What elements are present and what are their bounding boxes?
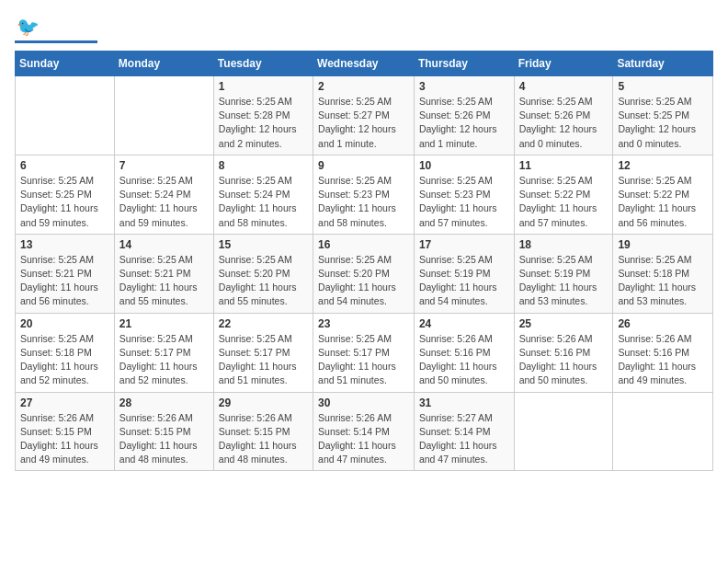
calendar-cell: 15Sunrise: 5:25 AM Sunset: 5:20 PM Dayli… (213, 234, 313, 313)
calendar-cell: 19Sunrise: 5:25 AM Sunset: 5:18 PM Dayli… (613, 234, 713, 313)
day-detail: Sunrise: 5:25 AM Sunset: 5:19 PM Dayligh… (519, 253, 609, 309)
day-number: 13 (20, 238, 109, 251)
day-detail: Sunrise: 5:26 AM Sunset: 5:15 PM Dayligh… (119, 411, 209, 467)
day-number: 3 (419, 80, 509, 93)
calendar-cell: 27Sunrise: 5:26 AM Sunset: 5:15 PM Dayli… (16, 392, 115, 471)
calendar-cell: 3Sunrise: 5:25 AM Sunset: 5:26 PM Daylig… (414, 76, 514, 155)
day-detail: Sunrise: 5:25 AM Sunset: 5:23 PM Dayligh… (419, 174, 509, 230)
weekday-header-sunday: Sunday (16, 52, 115, 76)
weekday-header-monday: Monday (114, 52, 213, 76)
day-number: 17 (419, 238, 509, 251)
day-number: 26 (618, 317, 708, 330)
day-detail: Sunrise: 5:25 AM Sunset: 5:17 PM Dayligh… (318, 332, 409, 388)
day-number: 27 (20, 396, 109, 409)
day-number: 28 (119, 396, 209, 409)
calendar-cell: 14Sunrise: 5:25 AM Sunset: 5:21 PM Dayli… (114, 234, 213, 313)
day-detail: Sunrise: 5:26 AM Sunset: 5:16 PM Dayligh… (618, 332, 708, 388)
calendar-week-3: 13Sunrise: 5:25 AM Sunset: 5:21 PM Dayli… (16, 234, 713, 313)
day-detail: Sunrise: 5:26 AM Sunset: 5:16 PM Dayligh… (419, 332, 509, 388)
calendar-cell: 16Sunrise: 5:25 AM Sunset: 5:20 PM Dayli… (313, 234, 415, 313)
calendar-cell: 20Sunrise: 5:25 AM Sunset: 5:18 PM Dayli… (16, 313, 115, 392)
calendar-cell: 9Sunrise: 5:25 AM Sunset: 5:23 PM Daylig… (313, 155, 415, 234)
logo-bird-icon: 🐦 (17, 17, 40, 37)
weekday-header-saturday: Saturday (613, 52, 713, 76)
day-detail: Sunrise: 5:25 AM Sunset: 5:21 PM Dayligh… (119, 253, 209, 309)
day-detail: Sunrise: 5:27 AM Sunset: 5:14 PM Dayligh… (419, 411, 509, 467)
calendar-cell: 2Sunrise: 5:25 AM Sunset: 5:27 PM Daylig… (313, 76, 415, 155)
calendar-cell: 31Sunrise: 5:27 AM Sunset: 5:14 PM Dayli… (414, 392, 514, 471)
calendar-table: SundayMondayTuesdayWednesdayThursdayFrid… (15, 51, 713, 471)
calendar-cell: 10Sunrise: 5:25 AM Sunset: 5:23 PM Dayli… (414, 155, 514, 234)
logo-underline (15, 40, 97, 43)
day-detail: Sunrise: 5:25 AM Sunset: 5:18 PM Dayligh… (618, 253, 708, 309)
day-detail: Sunrise: 5:25 AM Sunset: 5:20 PM Dayligh… (219, 253, 308, 309)
day-number: 2 (318, 80, 409, 93)
day-detail: Sunrise: 5:25 AM Sunset: 5:21 PM Dayligh… (20, 253, 109, 309)
day-number: 7 (119, 159, 209, 172)
calendar-week-1: 1Sunrise: 5:25 AM Sunset: 5:28 PM Daylig… (16, 76, 713, 155)
weekday-header-wednesday: Wednesday (313, 52, 415, 76)
day-number: 10 (419, 159, 509, 172)
calendar-cell: 4Sunrise: 5:25 AM Sunset: 5:26 PM Daylig… (514, 76, 613, 155)
weekday-header-tuesday: Tuesday (213, 52, 313, 76)
day-number: 23 (318, 317, 409, 330)
day-detail: Sunrise: 5:25 AM Sunset: 5:25 PM Dayligh… (618, 95, 708, 151)
day-detail: Sunrise: 5:25 AM Sunset: 5:17 PM Dayligh… (119, 332, 209, 388)
day-detail: Sunrise: 5:26 AM Sunset: 5:15 PM Dayligh… (20, 411, 109, 467)
calendar-cell: 1Sunrise: 5:25 AM Sunset: 5:28 PM Daylig… (213, 76, 313, 155)
day-number: 24 (419, 317, 509, 330)
calendar-week-4: 20Sunrise: 5:25 AM Sunset: 5:18 PM Dayli… (16, 313, 713, 392)
calendar-week-2: 6Sunrise: 5:25 AM Sunset: 5:25 PM Daylig… (16, 155, 713, 234)
day-number: 18 (519, 238, 609, 251)
page-header: 🐦 (15, 15, 713, 43)
calendar-header-row: SundayMondayTuesdayWednesdayThursdayFrid… (16, 52, 713, 76)
calendar-week-5: 27Sunrise: 5:26 AM Sunset: 5:15 PM Dayli… (16, 392, 713, 471)
calendar-cell: 22Sunrise: 5:25 AM Sunset: 5:17 PM Dayli… (213, 313, 313, 392)
day-number: 31 (419, 396, 509, 409)
calendar-cell: 18Sunrise: 5:25 AM Sunset: 5:19 PM Dayli… (514, 234, 613, 313)
calendar-cell: 7Sunrise: 5:25 AM Sunset: 5:24 PM Daylig… (114, 155, 213, 234)
day-number: 8 (219, 159, 308, 172)
day-detail: Sunrise: 5:25 AM Sunset: 5:26 PM Dayligh… (419, 95, 509, 151)
day-number: 15 (219, 238, 308, 251)
day-detail: Sunrise: 5:25 AM Sunset: 5:20 PM Dayligh… (318, 253, 409, 309)
calendar-cell (514, 392, 613, 471)
calendar-cell: 11Sunrise: 5:25 AM Sunset: 5:22 PM Dayli… (514, 155, 613, 234)
calendar-cell: 12Sunrise: 5:25 AM Sunset: 5:22 PM Dayli… (613, 155, 713, 234)
day-number: 20 (20, 317, 109, 330)
day-detail: Sunrise: 5:25 AM Sunset: 5:18 PM Dayligh… (20, 332, 109, 388)
weekday-header-thursday: Thursday (414, 52, 514, 76)
day-detail: Sunrise: 5:26 AM Sunset: 5:16 PM Dayligh… (519, 332, 609, 388)
calendar-cell: 17Sunrise: 5:25 AM Sunset: 5:19 PM Dayli… (414, 234, 514, 313)
calendar-cell (114, 76, 213, 155)
day-number: 16 (318, 238, 409, 251)
calendar-cell (613, 392, 713, 471)
day-number: 9 (318, 159, 409, 172)
day-detail: Sunrise: 5:25 AM Sunset: 5:28 PM Dayligh… (219, 95, 308, 151)
day-detail: Sunrise: 5:25 AM Sunset: 5:22 PM Dayligh… (519, 174, 609, 230)
day-number: 5 (618, 80, 708, 93)
calendar-cell: 13Sunrise: 5:25 AM Sunset: 5:21 PM Dayli… (16, 234, 115, 313)
day-detail: Sunrise: 5:25 AM Sunset: 5:19 PM Dayligh… (419, 253, 509, 309)
logo: 🐦 (15, 15, 97, 43)
calendar-cell: 26Sunrise: 5:26 AM Sunset: 5:16 PM Dayli… (613, 313, 713, 392)
calendar-cell: 23Sunrise: 5:25 AM Sunset: 5:17 PM Dayli… (313, 313, 415, 392)
calendar-cell: 21Sunrise: 5:25 AM Sunset: 5:17 PM Dayli… (114, 313, 213, 392)
calendar-cell: 25Sunrise: 5:26 AM Sunset: 5:16 PM Dayli… (514, 313, 613, 392)
calendar-cell: 24Sunrise: 5:26 AM Sunset: 5:16 PM Dayli… (414, 313, 514, 392)
calendar-cell (16, 76, 115, 155)
calendar-cell: 5Sunrise: 5:25 AM Sunset: 5:25 PM Daylig… (613, 76, 713, 155)
day-number: 22 (219, 317, 308, 330)
day-detail: Sunrise: 5:25 AM Sunset: 5:24 PM Dayligh… (119, 174, 209, 230)
day-number: 30 (318, 396, 409, 409)
calendar-cell: 30Sunrise: 5:26 AM Sunset: 5:14 PM Dayli… (313, 392, 415, 471)
weekday-header-friday: Friday (514, 52, 613, 76)
calendar-cell: 29Sunrise: 5:26 AM Sunset: 5:15 PM Dayli… (213, 392, 313, 471)
day-number: 21 (119, 317, 209, 330)
day-number: 1 (219, 80, 308, 93)
calendar-cell: 28Sunrise: 5:26 AM Sunset: 5:15 PM Dayli… (114, 392, 213, 471)
day-number: 4 (519, 80, 609, 93)
day-number: 14 (119, 238, 209, 251)
day-detail: Sunrise: 5:26 AM Sunset: 5:14 PM Dayligh… (318, 411, 409, 467)
day-number: 11 (519, 159, 609, 172)
